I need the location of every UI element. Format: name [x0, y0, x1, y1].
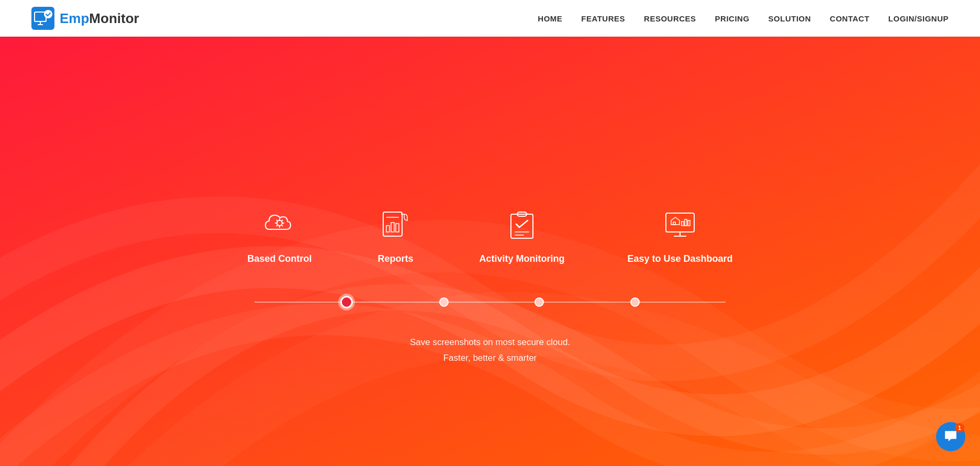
hero-title: Stop Wasting More Time In Tracking, Star…: [202, 96, 778, 161]
nav-solution[interactable]: SOLUTION: [769, 14, 811, 23]
timeline-line-1: [254, 302, 340, 303]
feature-activity-monitoring[interactable]: Activity Monitoring: [479, 203, 564, 264]
timeline-dot-2[interactable]: [439, 297, 449, 307]
timeline-dot-1[interactable]: [340, 296, 353, 308]
chat-badge: 1: [955, 423, 964, 432]
nav-contact[interactable]: CONTACT: [830, 14, 870, 23]
hero-section: Work Flow Stop Wasting More Time In Trac…: [0, 37, 980, 466]
svg-rect-10: [386, 226, 389, 232]
nav-home[interactable]: HOME: [538, 14, 562, 23]
feature-easy-dashboard-label: Easy to Use Dashboard: [627, 253, 732, 264]
timeline-dot-3[interactable]: [534, 297, 544, 307]
chat-bubble[interactable]: 1: [936, 422, 965, 451]
timeline: [254, 296, 726, 308]
cloud-gear-icon: [259, 203, 300, 245]
timeline-line-3: [449, 302, 534, 303]
svg-point-5: [44, 10, 52, 18]
nav-resources[interactable]: RESOURCES: [644, 14, 696, 23]
timeline-line-2: [353, 302, 439, 303]
hero-bottom-text: Save screenshots on most secure cloud. F…: [410, 335, 570, 367]
feature-reports[interactable]: Reports: [374, 203, 416, 264]
nav-features[interactable]: FEATURES: [581, 14, 625, 23]
logo[interactable]: EmpMonitor: [31, 7, 139, 30]
feature-based-control-label: Based Control: [247, 253, 311, 264]
feature-based-control[interactable]: Based Control: [247, 203, 311, 264]
workflow-label: Work Flow: [464, 68, 516, 81]
nav-pricing[interactable]: PRICING: [715, 14, 750, 23]
svg-rect-21: [682, 221, 684, 226]
timeline-line-5: [640, 302, 726, 303]
logo-icon: [31, 7, 54, 30]
timeline-dot-4[interactable]: [630, 297, 640, 307]
svg-rect-13: [511, 214, 533, 238]
monitor-chart-icon: [659, 203, 701, 245]
navbar: EmpMonitor HOME FEATURES RESOURCES PRICI…: [0, 0, 980, 37]
svg-rect-23: [688, 220, 690, 226]
features-row: Based Control Reports: [247, 203, 732, 264]
nav-login-signup[interactable]: LOGIN/SIGNUP: [888, 14, 949, 23]
chart-document-icon: [374, 203, 416, 245]
clipboard-check-icon: [501, 203, 543, 245]
hero-bottom-line2: Faster, better & smarter: [410, 350, 570, 367]
feature-easy-dashboard[interactable]: Easy to Use Dashboard: [627, 203, 732, 264]
feature-activity-monitoring-label: Activity Monitoring: [479, 253, 564, 264]
timeline-line-4: [544, 302, 630, 303]
chat-icon: [944, 430, 957, 443]
svg-rect-22: [685, 219, 687, 226]
feature-reports-label: Reports: [377, 253, 413, 264]
svg-rect-11: [391, 223, 394, 232]
hero-bottom-line1: Save screenshots on most secure cloud.: [410, 335, 570, 351]
svg-rect-12: [396, 224, 399, 232]
nav-links: HOME FEATURES RESOURCES PRICING SOLUTION…: [538, 14, 949, 23]
svg-rect-20: [673, 222, 675, 225]
logo-text: EmpMonitor: [60, 10, 139, 27]
